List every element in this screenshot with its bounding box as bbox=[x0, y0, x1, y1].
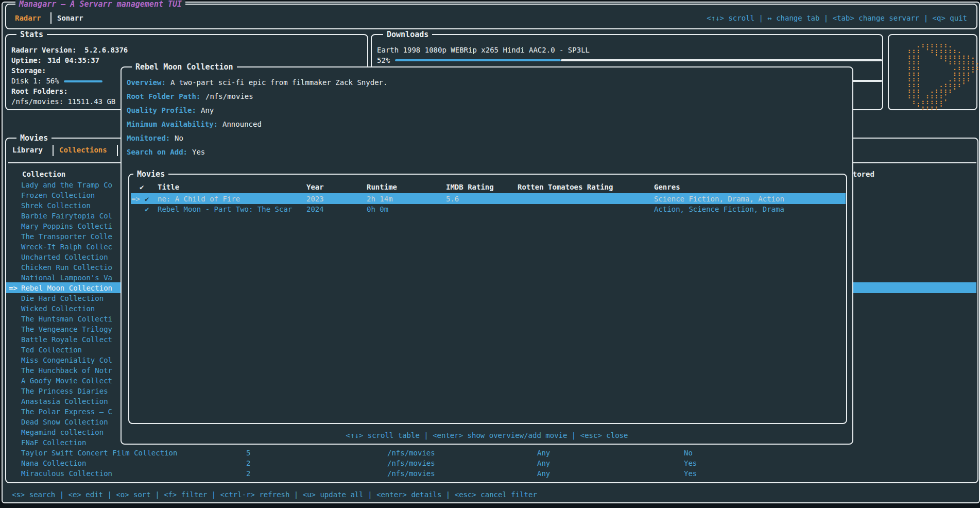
list-item[interactable]: Shrek Collection bbox=[21, 201, 91, 210]
col-check: ✔ bbox=[140, 182, 144, 192]
collection-count: 2 bbox=[246, 469, 250, 478]
list-item[interactable]: Uncharted Collection bbox=[21, 252, 108, 262]
list-item[interactable]: Ted Collection bbox=[21, 345, 82, 354]
stats-version-label: Radarr Version: bbox=[11, 45, 76, 55]
managarr-screen: Managarr – A Servarr management TUI Rada… bbox=[0, 0, 980, 508]
collection-quality: Any bbox=[537, 448, 550, 458]
col-year: Year bbox=[306, 182, 324, 192]
list-item[interactable]: Barbie Fairytopia Col bbox=[21, 211, 112, 221]
download-progress-track bbox=[561, 59, 882, 61]
list-item-selected[interactable]: Rebel Moon Collection bbox=[21, 283, 112, 293]
list-item[interactable]: Mary Poppins Collecti bbox=[21, 222, 112, 231]
modal-movies-box: Movies ✔ Title Year Runtime IMDB Rating … bbox=[128, 174, 847, 424]
root-folder-label: Root Folder Path: bbox=[127, 92, 200, 101]
app-title: Managarr – A Servarr management TUI bbox=[15, 0, 185, 9]
monitored-label: Monitored: bbox=[127, 133, 170, 143]
collection-name: Nana Collection bbox=[21, 459, 86, 468]
list-item[interactable]: The Polar Express – C bbox=[21, 407, 112, 416]
list-item[interactable]: Lady and the Tramp Co bbox=[21, 180, 112, 190]
collections-column-header: Collection bbox=[22, 170, 65, 179]
col-rotten-tomatoes: Rotten Tomatoes Rating bbox=[518, 182, 613, 192]
movie-year: 2024 bbox=[306, 205, 324, 214]
list-item[interactable]: Die Hard Collection bbox=[21, 294, 104, 303]
list-item[interactable]: Frozen Collection bbox=[21, 191, 95, 200]
movie-genres: Action, Science Fiction, Drama bbox=[654, 205, 784, 214]
app-window: Managarr – A Servarr management TUI Rada… bbox=[2, 2, 980, 503]
collection-path: /nfs/movies bbox=[387, 459, 435, 468]
stats-version-value: 5.2.6.8376 bbox=[84, 45, 128, 55]
collection-path: /nfs/movies bbox=[387, 448, 435, 458]
movie-genres: Science Fiction, Drama, Action bbox=[654, 194, 784, 204]
collection-count: 2 bbox=[246, 459, 250, 468]
min-availability-value: Announced bbox=[222, 120, 262, 129]
tab-divider bbox=[50, 12, 51, 24]
collection-count: 5 bbox=[246, 448, 250, 458]
movie-runtime: 0h 0m bbox=[367, 205, 388, 214]
selected-collection-arrow: => bbox=[9, 283, 18, 293]
tab-collections[interactable]: Collections bbox=[59, 145, 107, 155]
movies-panel-title: Movies bbox=[16, 133, 51, 143]
overview-value: A two-part sci-fi epic from filmmaker Za… bbox=[170, 78, 387, 87]
collection-name: Miraculous Collection bbox=[21, 469, 112, 478]
collection-flag: Yes bbox=[684, 459, 697, 468]
list-item[interactable]: Battle Royale Collect bbox=[21, 335, 112, 344]
collection-flag: No bbox=[684, 448, 693, 458]
row-arrow: => bbox=[131, 194, 140, 204]
list-item[interactable]: Miss Congeniality Col bbox=[21, 355, 112, 365]
col-imdb-rating: IMDB Rating bbox=[446, 182, 494, 192]
list-item[interactable]: Anastasia Collection bbox=[21, 397, 108, 406]
min-availability-label: Minimum Availability: bbox=[127, 120, 218, 129]
list-item[interactable]: The Transporter Colle bbox=[21, 232, 112, 241]
list-item[interactable]: Dead Snow Collection bbox=[21, 417, 108, 427]
stats-title: Stats bbox=[16, 30, 47, 39]
collection-quality: Any bbox=[537, 469, 550, 478]
monitored-check-icon: ✔ bbox=[145, 194, 149, 204]
monitored-value: No bbox=[175, 133, 183, 143]
modal-movies-title: Movies bbox=[133, 170, 168, 179]
movie-runtime: 2h 14m bbox=[367, 194, 393, 204]
root-folder-value: /nfs/movies bbox=[205, 92, 253, 101]
quality-profile-value: Any bbox=[201, 106, 214, 115]
collection-quality: Any bbox=[537, 459, 550, 468]
servarr-tab-sonarr[interactable]: Sonarr bbox=[57, 13, 83, 23]
list-item[interactable]: National Lampoon's Va bbox=[21, 273, 112, 282]
list-item[interactable]: The Huntsman Collecti bbox=[21, 314, 112, 324]
stats-root-folder-value: /nfs/movies: 11511.43 GB bbox=[11, 97, 115, 106]
modal-title: Rebel Moon Collection bbox=[132, 62, 237, 72]
collection-details-modal: Rebel Moon Collection Overview: A two-pa… bbox=[121, 66, 853, 445]
servarr-tab-radarr[interactable]: Radarr bbox=[15, 13, 41, 23]
overview-label: Overview: bbox=[127, 78, 166, 87]
logo-panel: .::::::. ::: '::::::. ::: ':::::::. ::: … bbox=[888, 34, 977, 110]
col-runtime: Runtime bbox=[367, 182, 397, 192]
collection-flag: Yes bbox=[684, 469, 697, 478]
list-item[interactable]: A Goofy Movie Collect bbox=[21, 376, 112, 385]
list-item[interactable]: Chicken Run Collectio bbox=[21, 263, 112, 272]
footer-keybindings: <s> search | <e> edit | <o> sort | <f> f… bbox=[12, 490, 537, 499]
top-bar: Managarr – A Servarr management TUI Rada… bbox=[5, 4, 977, 29]
download-progress-fill bbox=[395, 59, 561, 61]
collection-path: /nfs/movies bbox=[387, 469, 435, 478]
movies-tab-divider-2 bbox=[117, 145, 118, 156]
list-item[interactable]: The Vengeance Trilogy bbox=[21, 325, 112, 334]
download-item-name: Earth 1998 1080p WEBRip x265 Hindi AAC2.… bbox=[377, 45, 590, 55]
search-on-add-value: Yes bbox=[192, 147, 205, 157]
movie-title: Rebel Moon - Part Two: The Scar bbox=[158, 205, 292, 214]
col-genres: Genres bbox=[654, 182, 680, 192]
stats-root-folders-label: Root Folders: bbox=[11, 87, 68, 96]
tab-library[interactable]: Library bbox=[12, 145, 43, 155]
list-item[interactable]: FNaF Collection bbox=[21, 438, 86, 447]
movie-imdb: 5.6 bbox=[446, 194, 459, 204]
list-item[interactable]: Wreck-It Ralph Collec bbox=[21, 242, 112, 251]
modal-keybindings: <↑↓> scroll table | <enter> show overvie… bbox=[346, 431, 628, 440]
list-item[interactable]: The Princess Diaries bbox=[21, 386, 108, 396]
download-item-progress: 52% bbox=[377, 56, 390, 65]
list-item[interactable]: Megamind collection bbox=[21, 428, 104, 437]
list-item[interactable]: Wicked Collection bbox=[21, 304, 95, 313]
list-item[interactable]: The Hunchback of Notr bbox=[21, 366, 112, 375]
quality-profile-label: Quality Profile: bbox=[127, 106, 196, 115]
downloads-title: Downloads bbox=[383, 30, 432, 39]
disk-usage-bar bbox=[64, 80, 102, 82]
col-title: Title bbox=[158, 182, 179, 192]
stats-uptime-value: 31d 04:35:37 bbox=[47, 56, 99, 65]
global-keybindings: <↑↓> scroll | ↔ change tab | <tab> chang… bbox=[707, 13, 967, 23]
